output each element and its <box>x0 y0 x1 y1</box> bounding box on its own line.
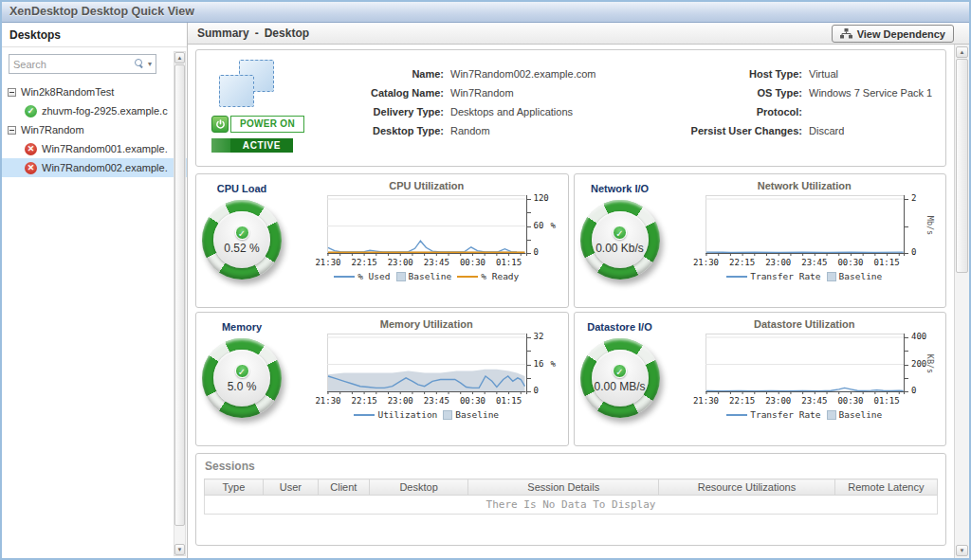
chart-legend: Transfer RateBaseline <box>705 409 905 420</box>
scroll-down-icon[interactable]: ▼ <box>174 544 185 555</box>
tree-item-label: Win7Random002.example. <box>42 162 168 173</box>
chart-title: Datastore Utilization <box>705 318 905 330</box>
field-label: OS Type: <box>629 83 809 102</box>
column-header-user[interactable]: User <box>263 479 318 496</box>
registration-state-badge: ACTIVE <box>211 138 293 153</box>
ok-check-icon: ✓ <box>613 226 627 240</box>
ok-check-icon: ✓ <box>235 364 249 378</box>
gauge-title: CPU Load <box>196 183 287 194</box>
summary-header-bar: Summary - Desktop View Dependency <box>188 23 969 45</box>
memory-gauge: ✓5.0 % <box>202 338 282 418</box>
cpu-load-gauge: ✓0.52 % <box>202 200 282 280</box>
empty-row: There Is No Data To Display <box>205 496 938 515</box>
chart-legend: Transfer RateBaseline <box>705 271 905 281</box>
chart-y-axis: 060120% <box>526 195 559 256</box>
column-header-remote-latency[interactable]: Remote Latency <box>834 479 937 496</box>
chart-y-axis: 01632% <box>526 334 559 394</box>
chart-title: Network Utilization <box>705 180 905 191</box>
field-label: Name: <box>312 64 450 83</box>
column-header-client[interactable]: Client <box>318 479 369 496</box>
host-type-value: Virtual <box>809 64 838 83</box>
breadcrumb-section: Summary <box>197 27 249 40</box>
collapse-icon[interactable] <box>8 88 16 97</box>
search-input[interactable] <box>13 59 135 70</box>
sessions-title: Sessions <box>196 454 945 478</box>
chart-x-axis: 21:3022:1523:0023:4500:3001:15 <box>705 256 905 268</box>
datastore-utilization-chart: Datastore Utilization 0200400KB/s 21:302… <box>666 313 946 445</box>
sessions-panel: Sessions Type User Client Desktop Sessio… <box>195 453 946 546</box>
field-label: Delivery Type: <box>312 102 450 121</box>
name-value: Win7Random002.example.com <box>450 64 595 83</box>
view-dependency-button[interactable]: View Dependency <box>832 25 954 43</box>
network-io-gauge: ✓0.00 Kb/s <box>580 200 660 280</box>
column-header-desktop[interactable]: Desktop <box>369 479 467 496</box>
chart-legend: UtilizationBaseline <box>327 409 526 420</box>
chart-plot <box>327 195 526 256</box>
tree-item-win7random002[interactable]: ✕ Win7Random002.example. <box>2 158 187 177</box>
chart-legend: % UsedBaseline% Ready <box>327 271 526 281</box>
main-scrollbar[interactable]: ▲ ▼ <box>954 45 969 558</box>
registration-state-label: ACTIVE <box>230 140 293 151</box>
scroll-up-icon[interactable]: ▲ <box>174 52 185 63</box>
metrics-grid: CPU Load ✓0.52 % CPU Utilization 060120%… <box>195 173 946 446</box>
scroll-up-icon[interactable]: ▲ <box>956 46 968 58</box>
search-options-chevron-down-icon[interactable]: ▾ <box>148 60 152 68</box>
field-label: Desktop Type: <box>312 121 450 140</box>
column-header-session-details[interactable]: Session Details <box>468 479 659 496</box>
tree-group-win2k8randomtest[interactable]: Win2k8RandomTest <box>2 82 187 101</box>
tree-item-win7random001[interactable]: ✕ Win7Random001.example. <box>2 139 187 158</box>
scroll-down-icon[interactable]: ▼ <box>956 545 968 556</box>
gauge-value: 0.00 Kb/s <box>595 242 644 255</box>
status-error-icon: ✕ <box>25 162 37 174</box>
tree-group-label: Win2k8RandomTest <box>21 86 114 98</box>
network-utilization-chart: Network Utilization 02Mb/s 21:3022:1523:… <box>666 174 946 307</box>
app-window: XenDesktop Desktop Quick View Desktops ▾… <box>0 0 971 560</box>
search-icon[interactable] <box>135 59 145 69</box>
chart-x-axis: 21:3022:1523:0023:4500:3001:15 <box>327 256 526 268</box>
chart-x-axis: 21:3022:1523:0023:4500:3001:15 <box>705 394 905 406</box>
breadcrumb-separator: - <box>255 27 259 40</box>
gauge-title: Datastore I/O <box>575 321 666 333</box>
tree-group-win7random[interactable]: Win7Random <box>2 120 187 139</box>
field-label: Catalog Name: <box>312 83 450 102</box>
ok-check-icon: ✓ <box>613 364 627 378</box>
tree-item-label: zhuvm-fog-2925.example.c <box>42 105 168 117</box>
cpu-utilization-chart: CPU Utilization 060120% 21:3022:1523:002… <box>287 174 568 307</box>
persist-user-changes-value: Discard <box>809 121 844 140</box>
field-label: Persist User Changes: <box>629 121 809 140</box>
datastore-panel: Datastore I/O ✓0.00 MB/s Datastore Utili… <box>574 312 947 446</box>
tree-item-label: Win7Random001.example. <box>42 143 168 154</box>
cpu-panel: CPU Load ✓0.52 % CPU Utilization 060120%… <box>195 173 569 308</box>
chart-x-axis: 21:3022:1523:0023:4500:3001:15 <box>327 394 526 406</box>
chart-plot <box>327 334 526 394</box>
search-box[interactable]: ▾ <box>9 54 156 74</box>
column-header-type[interactable]: Type <box>205 479 264 496</box>
collapse-icon[interactable] <box>8 126 16 135</box>
gauge-value: 0.52 % <box>224 242 259 255</box>
sessions-table: Type User Client Desktop Session Details… <box>204 479 938 515</box>
gauge-title: Memory <box>196 321 287 333</box>
power-icon <box>211 116 229 133</box>
scrollbar-thumb[interactable] <box>956 59 968 273</box>
no-data-message: There Is No Data To Display <box>205 496 938 515</box>
chart-plot <box>705 334 905 394</box>
chart-plot <box>705 195 905 256</box>
power-state-badge: POWER ON <box>211 116 304 133</box>
sidebar-scrollbar[interactable]: ▲ ▼ <box>174 51 186 556</box>
tree-item-zhuvm-fog-2925[interactable]: ✓ zhuvm-fog-2925.example.c <box>2 101 187 120</box>
desktop-type-value: Random <box>450 121 490 140</box>
breadcrumb-page: Desktop <box>265 27 309 40</box>
chart-y-axis: 0200400KB/s <box>904 334 936 394</box>
network-panel: Network I/O ✓0.00 Kb/s Network Utilizati… <box>574 173 947 308</box>
datastore-io-gauge: ✓0.00 MB/s <box>580 338 660 418</box>
column-header-resource-utilizations[interactable]: Resource Utilizations <box>659 479 835 496</box>
tree-group-label: Win7Random <box>21 124 84 135</box>
chart-title: CPU Utilization <box>327 180 526 191</box>
status-ok-icon: ✓ <box>25 105 37 117</box>
scrollbar-thumb[interactable] <box>174 64 185 526</box>
delivery-type-value: Desktops and Applications <box>450 102 573 121</box>
desktop-icon <box>219 60 274 107</box>
gauge-value: 0.00 MB/s <box>594 380 645 393</box>
dependency-tree-icon <box>840 28 852 39</box>
desktop-tree: Win2k8RandomTest ✓ zhuvm-fog-2925.exampl… <box>2 81 187 558</box>
